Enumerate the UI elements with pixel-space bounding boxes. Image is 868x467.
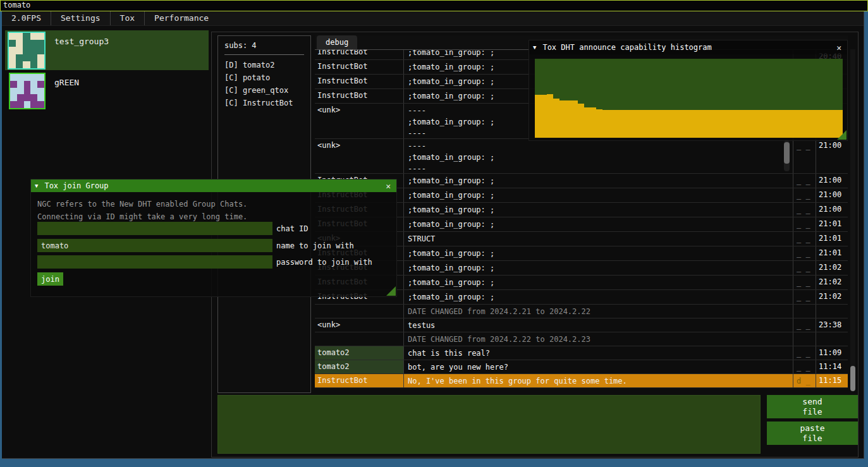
avatar-pixel bbox=[37, 40, 44, 47]
password-label: password to join with bbox=[276, 258, 372, 267]
message-flags: _ _ bbox=[793, 246, 816, 260]
member-item[interactable]: [C] potato bbox=[218, 71, 310, 84]
chat-scrollbar-thumb[interactable] bbox=[850, 366, 855, 391]
join-button[interactable]: join bbox=[37, 272, 63, 286]
message-time: 21:01 bbox=[816, 232, 848, 246]
member-item[interactable]: [C] InstructBot bbox=[218, 97, 310, 109]
histogram-bar bbox=[800, 110, 806, 138]
histogram-window-titlebar[interactable]: ▼ Tox DHT announce capability histogram … bbox=[529, 40, 847, 54]
window-titlebar[interactable]: tomato bbox=[0, 0, 868, 11]
message-flags: _ _ bbox=[793, 203, 816, 217]
histogram-bar bbox=[762, 110, 769, 138]
group-avatar bbox=[9, 73, 46, 109]
histogram-bar bbox=[572, 100, 578, 138]
histogram-bar bbox=[578, 104, 584, 138]
join-desc-line2: Connecting via ID might take a very long… bbox=[31, 210, 396, 223]
message-text: ;tomato_in_group: ; bbox=[403, 203, 793, 217]
avatar-pixel bbox=[17, 81, 24, 88]
close-icon[interactable]: ✕ bbox=[834, 43, 843, 52]
chat-row: <unk>---- ;tomato_in_group: ; ----_ _21:… bbox=[315, 139, 848, 174]
avatar-pixel bbox=[10, 88, 17, 95]
date-changed-row: DATE CHANGED from 2024.2.21 to 2024.2.22 bbox=[315, 305, 848, 318]
password-input[interactable] bbox=[37, 255, 272, 269]
histogram-bar bbox=[559, 100, 566, 138]
chat-scrollbar[interactable] bbox=[850, 49, 855, 388]
histogram-bar bbox=[627, 110, 633, 138]
histogram-bar bbox=[566, 100, 572, 138]
menu-item-performance[interactable]: Performance bbox=[145, 11, 218, 25]
message-flags: _ _ bbox=[793, 188, 816, 202]
message-time bbox=[816, 305, 848, 318]
histogram-bar bbox=[547, 94, 553, 138]
message-cell-scrollbar[interactable] bbox=[784, 141, 790, 171]
chat-row: <unk>testus_ _23:38 bbox=[315, 318, 848, 332]
message-sender: <unk> bbox=[315, 139, 403, 173]
close-icon[interactable]: ✕ bbox=[384, 181, 393, 191]
collapse-arrow-icon[interactable]: ▼ bbox=[35, 183, 38, 189]
avatar-pixel bbox=[17, 74, 24, 81]
tab-debug[interactable]: debug bbox=[317, 35, 357, 49]
message-time: 23:38 bbox=[816, 318, 848, 332]
avatar-pixel bbox=[30, 40, 37, 47]
resize-grip[interactable] bbox=[386, 286, 396, 296]
message-flags: _ _ bbox=[793, 346, 816, 360]
message-cell-scrollbar-thumb[interactable] bbox=[784, 142, 790, 164]
send-file-button[interactable]: send file bbox=[767, 395, 858, 418]
message-sender bbox=[315, 305, 403, 318]
histogram-bar bbox=[602, 110, 609, 138]
message-flags: _ _ bbox=[793, 232, 816, 246]
histogram-bar bbox=[781, 110, 787, 138]
member-item[interactable]: [D] tomato2 bbox=[218, 59, 310, 71]
name-input[interactable] bbox=[37, 239, 272, 252]
histogram-bar bbox=[818, 110, 824, 138]
message-flags: _ _ bbox=[793, 318, 816, 332]
avatar-pixel bbox=[24, 81, 31, 88]
histogram-bar bbox=[670, 110, 676, 138]
histogram-bar bbox=[695, 110, 701, 138]
chat-id-input[interactable] bbox=[37, 222, 272, 235]
histogram-bar bbox=[639, 110, 645, 138]
resize-grip[interactable] bbox=[837, 130, 847, 140]
histogram-bar bbox=[553, 99, 559, 138]
message-sender: InstructBot bbox=[315, 89, 403, 103]
histogram-window-title: Tox DHT announce capability histogram bbox=[542, 43, 834, 52]
avatar-pixel bbox=[37, 88, 44, 95]
avatar-pixel bbox=[30, 61, 37, 68]
group-item-gREEN[interactable]: gREEN bbox=[5, 71, 209, 109]
histogram-bar bbox=[812, 110, 818, 138]
histogram-bar bbox=[596, 109, 602, 138]
message-text: ;tomato_in_group: ; bbox=[403, 261, 793, 275]
message-flags: _ _ bbox=[793, 261, 816, 275]
message-text: bot, are you new here? bbox=[403, 360, 793, 373]
message-sender: InstructBot bbox=[315, 75, 403, 88]
menu-item-tox[interactable]: Tox bbox=[111, 11, 144, 25]
join-window-titlebar[interactable]: ▼ Tox join Group ✕ bbox=[31, 179, 396, 192]
avatar-pixel bbox=[10, 81, 17, 88]
join-desc-line1: NGC refers to the New DHT enabled Group … bbox=[31, 192, 396, 210]
histogram-bar bbox=[769, 110, 775, 138]
message-sender: InstructBot bbox=[315, 374, 403, 387]
message-input[interactable] bbox=[217, 395, 761, 454]
histogram-bar bbox=[805, 110, 812, 138]
histogram-bar bbox=[756, 110, 762, 138]
chat-id-label: chat ID bbox=[276, 224, 309, 233]
avatar-pixel bbox=[10, 94, 17, 101]
histogram-bar bbox=[541, 95, 547, 138]
menu-item-settings[interactable]: Settings bbox=[51, 11, 110, 25]
menu-item-2.0fps: 2.0FPS bbox=[2, 11, 51, 25]
histogram-bar bbox=[744, 110, 750, 138]
histogram-bar bbox=[824, 110, 831, 138]
paste-file-button[interactable]: paste file bbox=[767, 422, 858, 445]
avatar-pixel bbox=[9, 61, 16, 68]
join-window-title: Tox join Group bbox=[44, 181, 384, 190]
message-sender: <unk> bbox=[315, 318, 403, 332]
collapse-arrow-icon[interactable]: ▼ bbox=[533, 44, 536, 51]
histogram-bar bbox=[683, 110, 689, 138]
avatar-pixel bbox=[37, 33, 44, 40]
avatar-pixel bbox=[9, 54, 16, 61]
avatar-pixel bbox=[16, 54, 23, 61]
histogram-plot bbox=[535, 59, 843, 138]
group-item-test_group3[interactable]: test_group3 bbox=[5, 30, 209, 70]
member-item[interactable]: [C] green_qtox bbox=[218, 84, 310, 97]
window-title: tomato bbox=[3, 1, 30, 9]
